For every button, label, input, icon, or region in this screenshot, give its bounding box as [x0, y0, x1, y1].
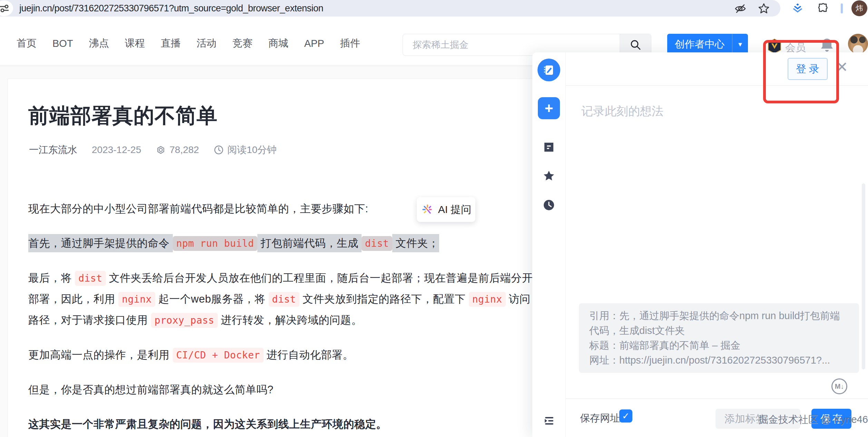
paragraph-text: 更加高端一点的操作，是利用 [28, 349, 173, 361]
paragraph-text: 起一个web服务器，将 [155, 293, 269, 305]
inline-code: dist [362, 236, 392, 251]
note-editor[interactable]: 记录此刻的想法 [581, 103, 663, 119]
markdown-badge-icon[interactable]: M↓ [831, 378, 847, 394]
inline-code: proxy_pass [151, 313, 218, 328]
inline-code: npm run build [173, 236, 258, 251]
quote-line: 引用：先，通过脚手架提供的命令npm run build打包前端代码，生成dis… [589, 308, 849, 338]
inline-code: dist [75, 271, 106, 286]
bookmark-star-icon[interactable] [758, 2, 770, 15]
nav-item-商城[interactable]: 商城 [268, 37, 288, 50]
views-eye-icon [156, 145, 166, 155]
article-author[interactable]: 一江东流水 [29, 143, 77, 156]
inline-code: dist [269, 292, 299, 307]
tune-icon [0, 3, 9, 13]
views-item: 78,282 [156, 144, 199, 155]
read-time-item: 阅读10分钟 [214, 143, 277, 156]
red-annotation-box [763, 40, 839, 103]
reading-mode-eye-off-icon[interactable] [734, 2, 747, 15]
inline-code: nginx [469, 292, 506, 307]
history-clock-icon[interactable] [542, 199, 555, 212]
quote-line: 标题：前端部署真的不简单 – 掘金 [589, 338, 849, 353]
save-url-checkbox[interactable]: ✓ [619, 409, 632, 423]
read-time: 阅读10分钟 [227, 143, 277, 156]
paragraph-text: 打包前端代码，生成 [257, 234, 362, 252]
new-note-button[interactable]: + [538, 97, 560, 119]
juejin-extension-icon[interactable] [791, 2, 804, 15]
nav-item-直播[interactable]: 直播 [161, 37, 181, 50]
favorites-star-icon[interactable] [542, 170, 555, 183]
inline-code: CI/CD + Docker [173, 348, 264, 363]
paragraph-text: 首先，通过脚手架提供的命令 [28, 234, 173, 252]
nav-item-课程[interactable]: 课程 [125, 37, 145, 50]
creator-dropdown-arrow[interactable]: ▼ [732, 34, 748, 55]
article-paragraph: 更加高端一点的操作，是利用 CI/CD + Docker 进行自动化部署。 [28, 345, 535, 366]
paragraph-text: 文件夹放到指定的路径下，配置下 [299, 293, 469, 305]
nav-item-BOT[interactable]: BOT [52, 38, 73, 49]
paragraph-text: 这其实是一个非常严肃且复杂的问题，因为这关系到线上生产环境的稳定。 [28, 418, 387, 430]
nav-item-APP[interactable]: APP [304, 38, 324, 49]
user-avatar[interactable] [848, 34, 868, 54]
ai-sparkle-icon [421, 203, 434, 216]
paragraph-text: 进行自动化部署。 [264, 349, 354, 361]
search-icon [630, 39, 641, 51]
paragraph-text: 但是，你是否真的想过前端部署真的就这么简单吗? [28, 384, 274, 396]
nav-item-首页[interactable]: 首页 [17, 37, 37, 50]
nav-item-沸点[interactable]: 沸点 [89, 37, 109, 50]
paragraph-text: 现在大部分的中小型公司部署前端代码都是比较简单的，主要步骤如下: [28, 203, 368, 215]
panel-footer-divider [566, 398, 868, 399]
article-date: 2023-12-25 [92, 144, 141, 155]
paragraph-text: 文件夹； [392, 234, 439, 252]
panel-logo-icon[interactable] [537, 59, 560, 81]
panel-rail: + [532, 52, 566, 437]
article-paragraph: 首先，通过脚手架提供的命令 npm run build 打包前端代码，生成 di… [28, 233, 535, 254]
paragraph-text: 最后，将 [28, 272, 75, 284]
notes-icon[interactable] [542, 141, 555, 154]
main-menu: 首页BOT沸点课程直播活动竞赛商城APP插件 [17, 34, 360, 53]
panel-scrollbar[interactable] [862, 183, 865, 369]
read-time-clock-icon [214, 145, 224, 155]
extensions-puzzle-icon[interactable] [817, 2, 829, 15]
watermark: 掘金技术社区 @ Kyrie465 [758, 413, 868, 427]
browser-profile-avatar[interactable]: 炜 [851, 0, 867, 16]
paragraph-text: 进行转发，解决跨域的问题。 [218, 314, 362, 326]
article-paragraph: 这其实是一个非常严肃且复杂的问题，因为这关系到线上生产环境的稳定。 [28, 414, 535, 435]
nav-item-竞赛[interactable]: 竞赛 [233, 37, 253, 50]
ai-ask-label: AI 提问 [438, 203, 472, 217]
inline-code: nginx [118, 292, 155, 307]
outline-toggle-icon[interactable] [542, 414, 555, 427]
quote-line: 网址：https://juejin.cn/post/73162027253307… [589, 353, 849, 368]
ai-ask-button[interactable]: AI 提问 [417, 197, 475, 222]
article-paragraph: 最后，将 dist 文件夹丢给后台开发人员放在他们的工程里面，随后台一起部署；现… [28, 268, 535, 331]
quote-block: 引用：先，通过脚手架提供的命令npm run build打包前端代码，生成dis… [579, 303, 859, 373]
nav-item-活动[interactable]: 活动 [197, 37, 217, 50]
nav-item-插件[interactable]: 插件 [340, 37, 360, 50]
article-paragraph: 但是，你是否真的想过前端部署真的就这么简单吗? [28, 379, 535, 400]
pinned-extension-divider [841, 3, 843, 13]
browser-toolbar: juejin.cn/post/7316202725330796571?utm_s… [0, 0, 868, 17]
url-text[interactable]: juejin.cn/post/7316202725330796571?utm_s… [19, 3, 323, 14]
extension-panel: + 登录 ✕ 记录此刻的想法 引用：先，通过脚手架提供的命令npm run bu… [532, 52, 868, 437]
creator-center-button[interactable]: 创作者中心 ▼ [667, 34, 748, 55]
article-title: 前端部署真的不简单 [28, 102, 218, 130]
site-info-button[interactable] [0, 0, 13, 16]
address-bar[interactable]: juejin.cn/post/7316202725330796571?utm_s… [0, 0, 780, 17]
save-url-label: 保存网址 [580, 411, 620, 425]
article-meta: 一江东流水 2023-12-25 78,282 阅读10分钟 [29, 143, 277, 156]
views-count: 78,282 [169, 144, 199, 155]
